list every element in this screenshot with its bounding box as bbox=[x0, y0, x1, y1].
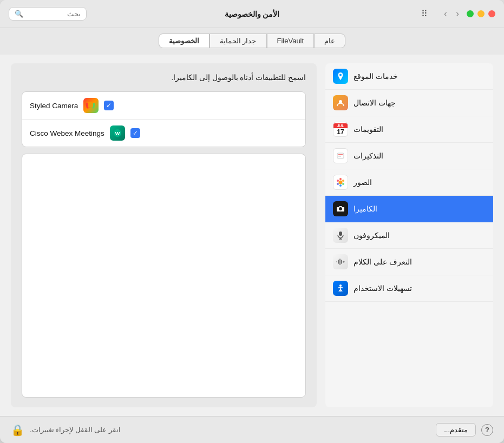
sidebar-item-location[interactable]: خدمات الموقع bbox=[325, 63, 493, 90]
main-content: خدمات الموقع جهات الاتصال التقويمات bbox=[0, 55, 504, 416]
svg-rect-28 bbox=[88, 102, 93, 108]
tab-privacy[interactable]: الخصوصية bbox=[159, 34, 210, 48]
sidebar-item-speech[interactable]: التعرف على الكلام bbox=[325, 249, 493, 275]
maximize-button[interactable] bbox=[467, 10, 474, 17]
svg-point-9 bbox=[337, 183, 339, 185]
accessibility-icon bbox=[333, 281, 348, 296]
apps-list: ✓ Styled Camera ✓ bbox=[22, 91, 306, 147]
svg-point-4 bbox=[339, 181, 343, 184]
svg-point-8 bbox=[339, 184, 342, 187]
svg-point-0 bbox=[339, 100, 342, 103]
svg-point-10 bbox=[337, 180, 339, 182]
speech-icon bbox=[333, 254, 348, 269]
content-description: اسمح للتطبيقات أدناه بالوصول إلى الكامير… bbox=[22, 73, 306, 82]
svg-rect-11 bbox=[339, 232, 342, 236]
nav-arrows: ‹ › bbox=[441, 7, 462, 21]
tabs-bar: عام FileVault جدار الحماية الخصوصية bbox=[0, 28, 504, 55]
cisco-webex-icon: W bbox=[110, 125, 125, 141]
styled-camera-label: Styled Camera bbox=[30, 102, 78, 110]
titlebar: ‹ › ⠿ الأمن والخصوصية 🔍 bbox=[0, 0, 504, 28]
calendar-icon: JUL 17 bbox=[333, 122, 348, 137]
sidebar-item-contacts[interactable]: جهات الاتصال bbox=[325, 90, 493, 116]
camera-icon bbox=[333, 201, 348, 216]
empty-area bbox=[22, 154, 306, 398]
bottom-bar: ? متقدم... انقر على القفل لإجراء تغييرات… bbox=[0, 416, 504, 443]
table-row: ✓ Styled Camera bbox=[22, 92, 305, 120]
sidebar-item-photos[interactable]: الصور bbox=[325, 169, 493, 196]
bottom-right: انقر على القفل لإجراء تغييرات. 🔒 bbox=[11, 424, 121, 437]
advanced-button[interactable]: متقدم... bbox=[436, 423, 476, 437]
svg-point-5 bbox=[339, 178, 342, 180]
svg-point-7 bbox=[342, 183, 344, 185]
cisco-webex-checkbox[interactable]: ✓ bbox=[130, 128, 140, 138]
sidebar-item-camera[interactable]: الكاميرا bbox=[325, 196, 493, 222]
close-button[interactable] bbox=[488, 10, 495, 17]
sidebar-item-calendars[interactable]: التقويمات JUL 17 bbox=[325, 116, 493, 143]
window: ‹ › ⠿ الأمن والخصوصية 🔍 عام FileVault جد… bbox=[0, 0, 504, 443]
privacy-sidebar: خدمات الموقع جهات الاتصال التقويمات bbox=[325, 63, 493, 407]
svg-point-21 bbox=[339, 285, 342, 287]
sidebar-item-reminders[interactable]: التذكيرات bbox=[325, 143, 493, 169]
lock-text: انقر على القفل لإجراء تغييرات. bbox=[30, 426, 121, 434]
svg-point-6 bbox=[342, 180, 344, 182]
window-title: الأمن والخصوصية bbox=[225, 10, 280, 18]
traffic-lights bbox=[467, 10, 495, 17]
minimize-button[interactable] bbox=[477, 10, 485, 17]
lock-icon[interactable]: 🔒 bbox=[11, 424, 24, 437]
styled-camera-icon bbox=[83, 98, 99, 113]
titlebar-left: ‹ › ⠿ bbox=[417, 7, 495, 21]
content-area: اسمح للتطبيقات أدناه بالوصول إلى الكامير… bbox=[11, 63, 317, 407]
contacts-icon bbox=[333, 95, 348, 110]
svg-text:W: W bbox=[115, 131, 120, 136]
tab-firewall[interactable]: جدار الحماية bbox=[210, 34, 267, 48]
nav-back-button[interactable]: ‹ bbox=[453, 7, 462, 21]
cisco-webex-label: Cisco Webex Meetings bbox=[30, 129, 104, 137]
microphone-icon bbox=[333, 228, 348, 243]
search-input[interactable] bbox=[27, 10, 81, 18]
reminders-icon bbox=[333, 148, 348, 163]
tab-filevault[interactable]: FileVault bbox=[267, 34, 315, 48]
search-icon: 🔍 bbox=[15, 10, 23, 18]
tab-general[interactable]: عام bbox=[314, 34, 345, 48]
help-button[interactable]: ? bbox=[481, 424, 493, 436]
styled-camera-checkbox[interactable]: ✓ bbox=[104, 101, 114, 110]
sidebar-item-accessibility[interactable]: تسهيلات الاستخدام bbox=[325, 275, 493, 302]
table-row: ✓ W Cisco Webex Meetings bbox=[22, 120, 305, 147]
grid-icon: ⠿ bbox=[421, 9, 428, 19]
sidebar-item-microphone[interactable]: الميكروفون bbox=[325, 222, 493, 249]
location-icon bbox=[333, 69, 348, 84]
svg-rect-1 bbox=[337, 153, 344, 158]
nav-forward-button[interactable]: › bbox=[441, 7, 450, 21]
photos-icon bbox=[333, 175, 348, 190]
search-box[interactable]: 🔍 bbox=[9, 7, 87, 21]
bottom-left: ? متقدم... bbox=[436, 423, 493, 437]
